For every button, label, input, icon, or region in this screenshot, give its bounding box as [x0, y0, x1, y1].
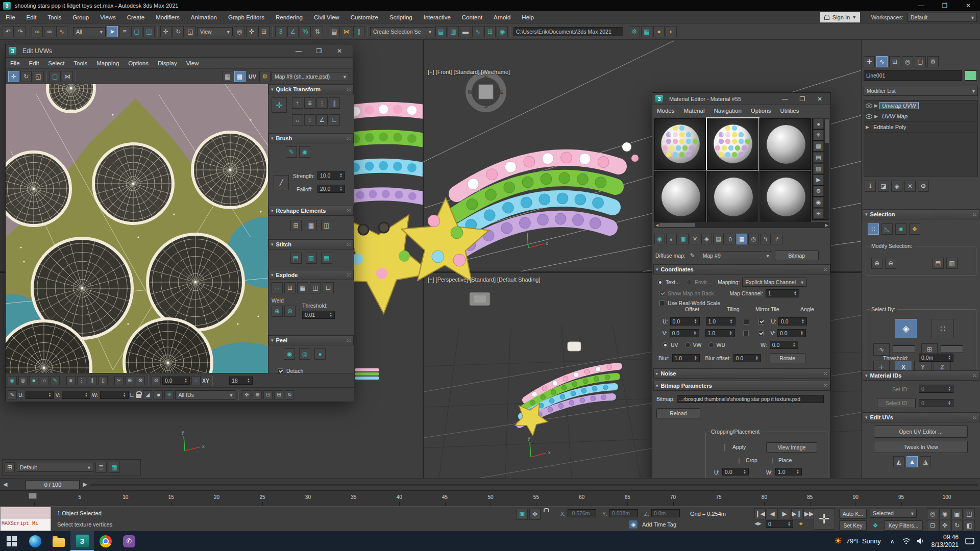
material-ids-rollout[interactable]: Material IDs	[863, 370, 979, 381]
show-map-toggle-icon[interactable]: ▦	[222, 71, 233, 82]
pan-icon[interactable]: ✜	[939, 520, 950, 531]
freeform-mode-icon[interactable]: ▢	[50, 71, 61, 82]
taskbar-edge[interactable]	[23, 531, 47, 551]
v-mirror-checkbox[interactable]	[743, 331, 749, 336]
map-dropdown[interactable]: Map #9 (sh...xture.psd)	[272, 72, 349, 81]
coordinates-rollout[interactable]: Coordinates	[653, 264, 830, 274]
taskbar-3dsmax-active[interactable]: 3	[70, 531, 94, 551]
detach-checkbox[interactable]	[278, 368, 283, 373]
all-ids-dropdown[interactable]: All IDs	[175, 390, 235, 399]
grow-loop-icon[interactable]: ▤	[933, 258, 944, 269]
material-editor-icon[interactable]: ◉	[497, 26, 508, 37]
pan-hand-icon[interactable]: ✜	[242, 390, 251, 399]
menu-item[interactable]: Navigation	[709, 108, 746, 114]
paint-soft-selection-icon[interactable]: ✎	[51, 376, 60, 385]
menu-item[interactable]: Tools	[69, 60, 92, 66]
use-pivot-point-icon[interactable]: ◎	[234, 26, 245, 37]
spinner-snap-icon[interactable]: ⇅	[312, 26, 323, 37]
menu-item[interactable]: Edit	[24, 60, 44, 66]
menu-item[interactable]: File	[0, 14, 21, 20]
snaps-toggle-icon[interactable]: 3	[275, 26, 286, 37]
layer-dropdown[interactable]: Default	[17, 463, 93, 472]
mirror-icon[interactable]: ⋈	[62, 71, 73, 82]
edit-uvws-titlebar[interactable]: 3 Edit UVWs — ❐ ✕	[6, 44, 353, 58]
expand-arrow-icon[interactable]: ▶	[874, 103, 878, 108]
mirror-icon[interactable]: ⋈	[341, 26, 352, 37]
eyedropper-icon[interactable]: ✎	[688, 251, 697, 260]
v-angle-field[interactable]: 0.0	[777, 329, 806, 337]
motion-tab[interactable]: ◎	[902, 56, 913, 67]
relax-line-icon[interactable]: ╱	[274, 175, 289, 190]
rectangular-selection-icon[interactable]: ▢	[131, 26, 142, 37]
space-horizontal-icon[interactable]: ∥	[329, 97, 340, 109]
u-tiling-field[interactable]: 1.0	[706, 317, 736, 325]
quick-planar-map-z-icon[interactable]: ◮	[920, 456, 931, 467]
z-coord-field[interactable]: 0.0m	[651, 509, 680, 517]
selection-rollout[interactable]: Selection	[863, 209, 979, 219]
v-tiling-field[interactable]: 1.0	[705, 329, 735, 337]
crop-w-field[interactable]: 1.0	[775, 468, 802, 475]
material-slot-3[interactable]	[760, 118, 811, 170]
pin-stack-icon[interactable]: ↧	[865, 181, 876, 192]
select-by-name-icon[interactable]: ≡	[119, 26, 130, 37]
minimize-button[interactable]: —	[776, 95, 794, 103]
window-crossing-icon[interactable]: ◫	[143, 26, 155, 37]
select-id-field[interactable]: 0	[919, 399, 953, 407]
soft-selection-icon[interactable]: ◉	[8, 376, 17, 385]
maximize-button[interactable]: ❐	[794, 95, 811, 103]
keyboard-override-icon[interactable]: ⊞	[258, 26, 270, 37]
menu-item[interactable]: File	[6, 60, 24, 66]
menu-item[interactable]: Graph Editors	[223, 14, 270, 20]
pelt-map-icon[interactable]: ●	[314, 348, 326, 360]
modify-tab[interactable]: ∿	[876, 56, 888, 67]
noise-rollout[interactable]: Noise	[653, 368, 830, 379]
sample-h-scrollbar[interactable]: ◀ ▶	[654, 222, 829, 228]
select-by-pelt-icon[interactable]: ∷	[932, 319, 954, 338]
reshape-elements-rollout[interactable]: Reshape Elements	[268, 206, 354, 216]
vertex-mode-icon[interactable]: ∷	[868, 223, 879, 235]
open-uv-editor-button[interactable]: Open UV Editor ...	[874, 425, 968, 438]
assign-to-selection-icon[interactable]: ▣	[678, 234, 689, 244]
go-to-parent-icon[interactable]: ↰	[760, 234, 771, 244]
weather-sun-icon[interactable]: ☀	[834, 536, 842, 546]
unlink-selection-icon[interactable]: ∞	[44, 26, 55, 37]
menu-item[interactable]: Tools	[42, 14, 67, 20]
project-path-field[interactable]: C:\Users\Erik\Documents\3ds Max 2021	[513, 27, 623, 36]
weld-all-icon[interactable]: ⊛	[284, 306, 296, 317]
flatten-mapping-icon[interactable]: ⊞	[284, 282, 296, 293]
material-slot-2-selected[interactable]	[707, 118, 758, 170]
select-and-move-icon[interactable]: ✛	[160, 26, 172, 37]
weld-selected-icon[interactable]: ⊕	[272, 306, 283, 317]
rotate-90-ccw-icon[interactable]: ∠	[316, 114, 328, 126]
move-selected-icon[interactable]: +	[292, 97, 303, 109]
add-time-tag[interactable]: Add Time Tag	[642, 521, 676, 528]
explode-faces-icon[interactable]: ⊟	[323, 282, 334, 293]
shrink-selection-icon[interactable]: ⊖	[885, 258, 896, 269]
menu-item[interactable]: Civil View	[308, 14, 345, 20]
u-offset-field[interactable]: 0.0	[670, 317, 700, 325]
rendered-frame-icon[interactable]: ▦	[641, 26, 652, 37]
relax-brush-icon[interactable]: ◉	[299, 146, 310, 158]
falloff-field[interactable]: 20.0	[317, 185, 345, 193]
display-tab[interactable]: ▢	[915, 56, 926, 67]
render-setup-icon[interactable]: ⚙	[629, 26, 640, 37]
maximize-button[interactable]: ❐	[309, 47, 329, 55]
arc-mode-icon[interactable]: ∩	[191, 376, 201, 385]
menu-item[interactable]: Arnold	[488, 14, 516, 20]
show-map-in-viewport-icon[interactable]: ▦	[737, 234, 747, 244]
menu-item[interactable]: Views	[94, 14, 121, 20]
scene-explorer-icon[interactable]: ▤	[435, 26, 447, 37]
schematic-view-icon[interactable]: ⊞	[484, 26, 496, 37]
notification-icon[interactable]	[965, 537, 975, 545]
u-field[interactable]	[26, 391, 54, 399]
time-tag-cube-icon[interactable]: ◈	[629, 520, 638, 529]
frame-spinner-icon[interactable]: ◀▶	[754, 521, 762, 526]
stitch-average-icon[interactable]: ▥	[306, 253, 317, 264]
current-frame-field[interactable]: 0	[766, 520, 793, 528]
select-and-manipulate-icon[interactable]: ✜	[246, 26, 257, 37]
minimize-button[interactable]: —	[288, 47, 309, 55]
expand-selection-icon[interactable]: ⊕	[871, 258, 883, 269]
maximize-viewport-icon[interactable]: ◧	[964, 520, 975, 531]
make-unique-icon[interactable]: ◈	[701, 234, 712, 244]
align-horizontal-icon[interactable]: ≡	[304, 97, 315, 109]
